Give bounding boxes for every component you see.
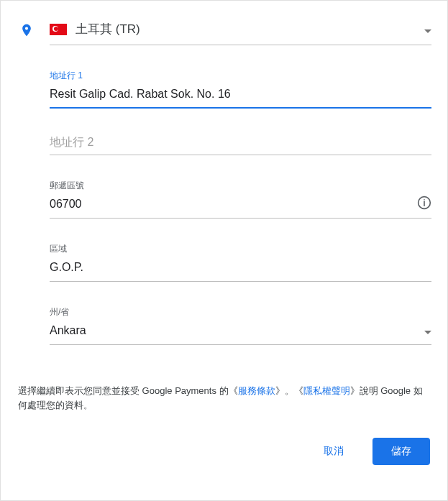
button-row: 取消 儲存 (17, 438, 431, 465)
postal-code-input[interactable] (50, 195, 411, 213)
province-select[interactable] (50, 321, 431, 345)
province-label: 州/省 (50, 306, 431, 318)
district-input[interactable] (50, 258, 431, 277)
consent-text: 選擇繼續即表示您同意並接受 Google Payments 的《服務條款》。《隱… (17, 384, 431, 412)
fields-wrap: 地址行 1 郵遞區號 (50, 70, 431, 345)
address-form: 土耳其 (TR) 地址行 1 郵遞區號 (1, 15, 447, 465)
address-line-1-row (50, 85, 431, 109)
flag-icon (50, 24, 67, 35)
consent-part1: 選擇繼續即表示您同意並接受 Google Payments 的《 (18, 385, 238, 396)
district-row (50, 258, 431, 282)
postal-code-field: 郵遞區號 (50, 180, 431, 219)
postal-code-label: 郵遞區號 (50, 180, 431, 192)
country-label: 土耳其 (TR) (76, 21, 416, 37)
privacy-link[interactable]: 隱私權聲明 (303, 385, 350, 396)
location-icon (17, 21, 37, 40)
save-button[interactable]: 儲存 (372, 438, 430, 465)
province-field: 州/省 (50, 306, 431, 345)
postal-code-row (50, 195, 431, 219)
address-line-2-field (50, 133, 431, 155)
country-select[interactable]: 土耳其 (TR) (50, 15, 431, 45)
district-label: 區域 (50, 243, 431, 255)
chevron-down-icon (424, 23, 431, 36)
province-value (50, 321, 424, 340)
cancel-button[interactable]: 取消 (305, 438, 362, 465)
info-icon[interactable] (411, 196, 431, 213)
consent-part2: 》。《 (275, 385, 303, 396)
district-field: 區域 (50, 243, 431, 282)
address-line-1-label: 地址行 1 (50, 70, 431, 82)
svg-point-2 (424, 199, 425, 201)
chevron-down-icon (424, 324, 431, 337)
address-line-2-input[interactable] (50, 136, 431, 149)
address-line-1-input[interactable] (50, 85, 431, 104)
tos-link[interactable]: 服務條款 (238, 385, 275, 396)
country-row: 土耳其 (TR) (17, 15, 431, 45)
address-line-1-field: 地址行 1 (50, 70, 431, 109)
